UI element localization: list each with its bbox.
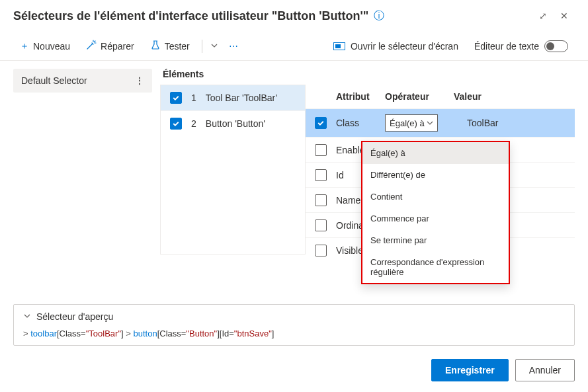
element-label: Button 'Button' (206, 118, 265, 129)
dialog-header: Sélecteurs de l'élément d'interface util… (0, 0, 588, 32)
toolbar: ＋ Nouveau Réparer Tester ⋯ Ouvrir le sél… (0, 32, 588, 61)
chevron-down-icon (427, 120, 433, 126)
test-label: Tester (165, 41, 190, 52)
operator-value: Égal(e) à (390, 118, 425, 128)
elements-list: 1 Tool Bar 'ToolBar' 2 Button 'Button' (160, 85, 306, 255)
attr-value: ToolBar (454, 118, 566, 128)
repair-label: Réparer (101, 41, 134, 52)
attributes-header: Attribut Opérateur Valeur (306, 85, 575, 108)
chevron-down-icon (23, 311, 31, 322)
toolbar-separator (202, 40, 202, 53)
element-index: 1 (191, 93, 196, 103)
expand-icon[interactable]: ⤢ (532, 8, 554, 24)
col-op: Opérateur (385, 91, 444, 102)
info-icon[interactable]: ⓘ (374, 9, 384, 23)
sidebar-item-default-selector[interactable]: Default Selector ⋮ (13, 69, 152, 93)
element-row[interactable]: 1 Tool Bar 'ToolBar' (161, 85, 305, 110)
wand-icon (86, 40, 97, 52)
operator-select[interactable]: Égal(e) à (385, 114, 438, 132)
col-val: Valeur (454, 91, 566, 102)
attr-name: Class (336, 118, 376, 128)
sidebar-item-more-icon[interactable]: ⋮ (135, 75, 144, 86)
dropdown-item[interactable]: Égal(e) à (362, 142, 509, 164)
screen-selector-label: Ouvrir le sélecteur d'écran (351, 41, 458, 52)
element-checkbox[interactable] (170, 92, 182, 104)
cancel-button[interactable]: Annuler (515, 359, 575, 381)
element-checkbox[interactable] (170, 118, 182, 130)
preview-selector-panel: Sélecteur d'aperçu > toolbar[Class="Tool… (13, 304, 575, 346)
close-icon[interactable]: ✕ (554, 8, 575, 24)
attr-row-class[interactable]: Class Égal(e) à ToolBar (306, 108, 575, 137)
attr-checkbox[interactable] (315, 245, 327, 256)
chevron-down-icon[interactable] (208, 41, 221, 52)
text-editor-label: Éditeur de texte (474, 41, 539, 52)
dropdown-item[interactable]: Contient (362, 186, 509, 208)
element-row[interactable]: 2 Button 'Button' (161, 110, 305, 136)
open-screen-selector-button[interactable]: Ouvrir le sélecteur d'écran (327, 37, 465, 56)
attr-checkbox[interactable] (315, 219, 327, 231)
dropdown-item[interactable]: Commence par (362, 208, 509, 229)
preview-toggle[interactable]: Sélecteur d'aperçu (23, 311, 565, 322)
save-button[interactable]: Enregistrer (431, 359, 509, 381)
new-button[interactable]: ＋ Nouveau (13, 36, 77, 56)
element-label: Tool Bar 'ToolBar' (206, 93, 277, 103)
dropdown-item[interactable]: Se termine par (362, 229, 509, 251)
text-editor-toggle[interactable] (544, 40, 568, 52)
sidebar-item-label: Default Selector (21, 75, 87, 86)
dropdown-item[interactable]: Correspondance d'expression régulière (362, 251, 509, 283)
selectors-sidebar: Default Selector ⋮ (13, 69, 152, 262)
element-index: 2 (191, 118, 196, 129)
more-icon[interactable]: ⋯ (224, 41, 245, 52)
attr-checkbox[interactable] (315, 117, 327, 129)
repair-button[interactable]: Réparer (79, 36, 141, 56)
dropdown-item[interactable]: Différent(e) de (362, 164, 509, 186)
attr-checkbox[interactable] (315, 194, 327, 206)
flask-icon (150, 40, 161, 52)
preview-label: Sélecteur d'aperçu (36, 311, 113, 322)
col-attr: Attribut (336, 91, 376, 102)
selector-path: > toolbar[Class="ToolBar"] > button[Clas… (23, 329, 565, 338)
test-button[interactable]: Tester (144, 36, 196, 56)
dialog-footer: Enregistrer Annuler (431, 359, 575, 381)
attr-checkbox[interactable] (315, 169, 327, 181)
elements-title: Éléments (160, 69, 575, 79)
dialog-title: Sélecteurs de l'élément d'interface util… (13, 9, 368, 23)
attr-checkbox[interactable] (315, 144, 327, 156)
new-label: Nouveau (33, 41, 70, 52)
screen-selector-icon (333, 42, 345, 50)
operator-dropdown: Égal(e) à Différent(e) de Contient Comme… (361, 141, 510, 284)
text-editor-toggle-group: Éditeur de texte (468, 36, 575, 56)
plus-icon: ＋ (20, 40, 29, 52)
